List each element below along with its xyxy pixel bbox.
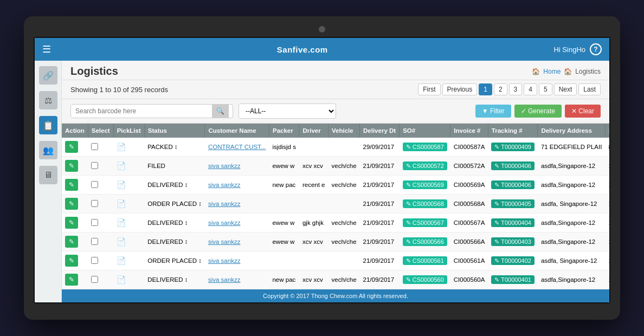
- edit-icon[interactable]: ✎: [65, 160, 78, 172]
- tracking-badge[interactable]: ✎ T00000406: [491, 161, 534, 170]
- so-badge[interactable]: ✎ CS0000566: [403, 237, 447, 246]
- edit-icon[interactable]: ✎: [65, 198, 78, 210]
- tracking-badge[interactable]: ✎ T00000406: [491, 180, 534, 189]
- pagination-page-5[interactable]: 5: [539, 83, 552, 95]
- page-title: Logistics: [70, 65, 118, 77]
- cell-tracking: ✎ T00000404: [488, 214, 538, 232]
- customer-link[interactable]: siva sankzz: [208, 182, 240, 188]
- tracking-badge[interactable]: ✎ T00000401: [491, 275, 534, 284]
- row-checkbox[interactable]: [91, 181, 98, 188]
- generate-button[interactable]: ✓ Generate: [514, 105, 562, 118]
- breadcrumb-home-link[interactable]: Home: [543, 68, 561, 75]
- cell-tracking: ✎ T00000406: [488, 157, 538, 176]
- pagination-page-2[interactable]: 2: [494, 83, 507, 95]
- cell-customer: siva sankzz: [205, 176, 269, 195]
- records-info: Showing 1 to 10 of 295 records: [70, 86, 168, 94]
- pdf-icon[interactable]: 📄: [117, 237, 126, 246]
- row-checkbox[interactable]: [91, 276, 98, 283]
- customer-link[interactable]: siva sankzz: [208, 257, 240, 264]
- pdf-icon[interactable]: 📄: [117, 218, 126, 227]
- status-text: DELIVERED ↕: [147, 219, 188, 226]
- table-row: ✎ 📄 PACKED ↕ CONTRACT CUST... isjdisjd s…: [62, 138, 609, 157]
- user-greeting: Hi SingHo: [553, 46, 585, 54]
- so-badge[interactable]: ✎ CS0000560: [403, 275, 447, 284]
- pdf-icon[interactable]: 📄: [117, 199, 126, 208]
- cell-so: ✎ CS0000566: [400, 232, 450, 251]
- pdf-icon[interactable]: 📄: [117, 161, 126, 170]
- cell-picklist: 📄: [113, 251, 144, 270]
- help-button[interactable]: ?: [590, 43, 602, 55]
- pagination-next[interactable]: Next: [554, 83, 577, 95]
- customer-link[interactable]: siva sankzz: [208, 238, 240, 245]
- so-badge[interactable]: ✎ CS0000567: [403, 218, 447, 227]
- edit-icon[interactable]: ✎: [65, 255, 78, 267]
- pagination-page-4[interactable]: 4: [524, 83, 537, 95]
- tracking-badge[interactable]: ✎ T00000405: [491, 199, 534, 208]
- pagination-previous[interactable]: Previous: [442, 83, 478, 95]
- customer-link[interactable]: siva sankzz: [208, 276, 240, 283]
- customer-link[interactable]: siva sankzz: [208, 219, 240, 226]
- so-badge[interactable]: ✎ CS0000572: [403, 161, 447, 170]
- pdf-icon[interactable]: 📄: [117, 275, 126, 284]
- sidebar-icon-clipboard[interactable]: 📋: [39, 116, 57, 134]
- sidebar-icon-users[interactable]: 👥: [39, 141, 57, 159]
- sidebar-icon-monitor[interactable]: 🖥: [39, 166, 57, 184]
- pdf-icon[interactable]: 📄: [117, 143, 126, 151]
- pagination-first[interactable]: First: [418, 83, 440, 95]
- edit-icon[interactable]: ✎: [65, 179, 78, 191]
- clear-button[interactable]: ✕ Clear: [565, 105, 601, 118]
- status-text: PACKED ↕: [147, 144, 177, 150]
- pdf-icon[interactable]: 📄: [117, 180, 126, 189]
- cell-select: [88, 251, 113, 270]
- filter-button[interactable]: ▼ Filter: [475, 105, 511, 118]
- so-badge[interactable]: ✎ CS0000568: [403, 199, 447, 208]
- hamburger-menu[interactable]: ☰: [42, 43, 51, 55]
- tracking-badge[interactable]: ✎ T00000409: [491, 143, 534, 151]
- cell-tracking: ✎ T00000402: [488, 251, 538, 270]
- status-text: ORDER PLACED ↕: [147, 257, 202, 264]
- customer-link[interactable]: siva sankzz: [208, 163, 240, 169]
- cell-select: [88, 138, 113, 157]
- sidebar-icon-scale[interactable]: ⚖: [39, 91, 57, 109]
- so-badge[interactable]: ✎ CS0000561: [403, 256, 447, 265]
- edit-icon[interactable]: ✎: [65, 236, 78, 248]
- filter-dropdown[interactable]: --ALL--: [239, 104, 336, 119]
- col-tracking: Tracking #: [488, 124, 538, 138]
- cell-driver: xcv xcv: [299, 157, 329, 176]
- pagination-last[interactable]: Last: [578, 83, 601, 95]
- pagination-page-3[interactable]: 3: [509, 83, 523, 95]
- so-badge[interactable]: ✎ CS0000587: [403, 143, 447, 151]
- row-checkbox[interactable]: [91, 162, 98, 169]
- cell-delivery-dt: 21/09/2017: [360, 214, 400, 232]
- tracking-badge[interactable]: ✎ T00000402: [491, 256, 534, 265]
- cell-address: asdfa,Singapore-12: [538, 232, 606, 251]
- edit-icon[interactable]: ✎: [65, 274, 78, 286]
- tracking-badge[interactable]: ✎ T00000403: [491, 237, 534, 246]
- pdf-icon[interactable]: 📄: [117, 256, 126, 265]
- cell-so: ✎ CS0000567: [400, 214, 450, 232]
- cell-action: ✎: [62, 214, 88, 232]
- copyright-text: Copyright © 2017 Thong Chew.com All righ…: [263, 293, 408, 299]
- cell-packer: isjdisjd s: [269, 138, 299, 157]
- cell-customer: siva sankzz: [205, 270, 269, 289]
- cell-so: ✎ CS0000560: [400, 270, 450, 289]
- customer-link[interactable]: siva sankzz: [208, 201, 240, 207]
- tracking-badge[interactable]: ✎ T00000404: [491, 218, 534, 227]
- so-badge[interactable]: ✎ CS0000569: [403, 180, 447, 189]
- customer-link[interactable]: CONTRACT CUST...: [208, 144, 266, 150]
- cell-tracking: ✎ T00000406: [488, 176, 538, 195]
- row-checkbox[interactable]: [91, 143, 98, 150]
- row-checkbox[interactable]: [91, 238, 98, 245]
- row-checkbox[interactable]: [91, 200, 98, 207]
- pagination-page-1[interactable]: 1: [479, 83, 492, 95]
- row-checkbox[interactable]: [91, 257, 98, 264]
- cell-driver: [299, 138, 329, 157]
- search-button[interactable]: 🔍: [212, 105, 229, 118]
- search-input[interactable]: [71, 105, 212, 118]
- cell-invoice: CI000561A: [450, 251, 488, 270]
- edit-icon[interactable]: ✎: [65, 217, 78, 229]
- edit-icon[interactable]: ✎: [65, 141, 78, 153]
- row-checkbox[interactable]: [91, 219, 98, 226]
- filter-row: 🔍 --ALL-- ▼ Filter ✓ Generate ✕ Clea: [62, 99, 609, 124]
- sidebar-icon-link[interactable]: 🔗: [39, 66, 57, 85]
